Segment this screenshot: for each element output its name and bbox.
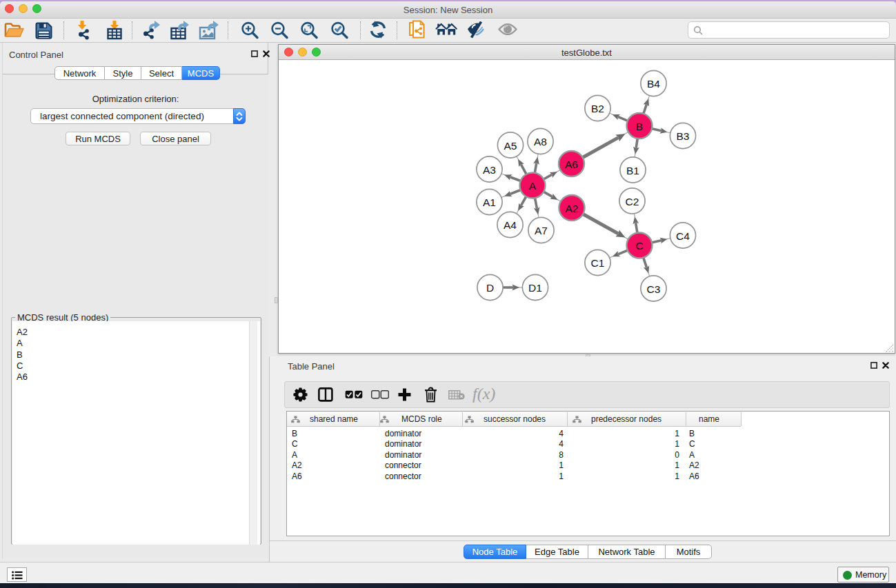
svg-text:A1: A1: [483, 196, 496, 208]
svg-text:C4: C4: [676, 230, 690, 242]
svg-text:A5: A5: [504, 140, 517, 152]
svg-text:C2: C2: [626, 196, 639, 207]
svg-text:B3: B3: [677, 130, 690, 142]
svg-text:A4: A4: [504, 219, 517, 231]
svg-text:A2: A2: [566, 203, 579, 214]
svg-text:B1: B1: [626, 165, 639, 176]
svg-text:A: A: [529, 180, 537, 192]
svg-text:A7: A7: [535, 225, 548, 236]
svg-text:C3: C3: [647, 283, 661, 295]
svg-text:A6: A6: [565, 159, 578, 170]
svg-text:D: D: [486, 282, 494, 294]
svg-text:A8: A8: [534, 136, 547, 148]
svg-text:A3: A3: [483, 164, 496, 176]
svg-text:B4: B4: [647, 78, 660, 90]
svg-text:B: B: [636, 121, 643, 132]
svg-text:C1: C1: [591, 257, 605, 269]
svg-text:B2: B2: [591, 103, 604, 114]
svg-text:C: C: [635, 240, 643, 252]
svg-text:D1: D1: [528, 282, 542, 294]
